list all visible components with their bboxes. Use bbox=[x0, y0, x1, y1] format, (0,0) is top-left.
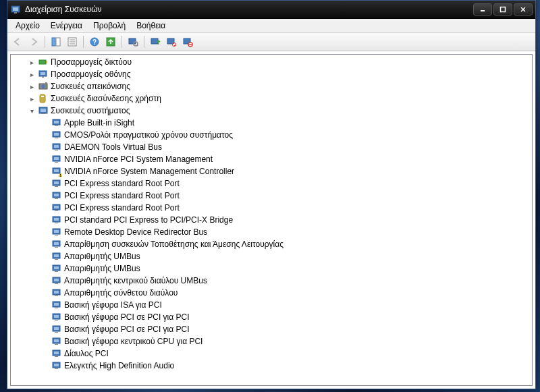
svg-rect-96 bbox=[54, 339, 59, 342]
svg-rect-91 bbox=[55, 320, 58, 320]
update-driver-button[interactable] bbox=[148, 34, 163, 49]
menu-view[interactable]: Προβολή bbox=[88, 20, 131, 32]
tree-device-item[interactable]: Ελεγκτής High Definition Audio bbox=[11, 360, 532, 372]
device-icon bbox=[51, 312, 62, 323]
device-tree[interactable]: ▸Προσαρμογείς δικτύου▸Προσαρμογείς οθόνη… bbox=[11, 55, 532, 385]
svg-rect-35 bbox=[40, 94, 45, 103]
device-icon bbox=[51, 275, 62, 286]
category-label: Προσαρμογείς οθόνης bbox=[51, 69, 131, 79]
show-hide-tree-button[interactable] bbox=[49, 34, 63, 49]
tree-device-item[interactable]: Apple Built-in iSight bbox=[11, 117, 532, 129]
tree-category[interactable]: ▸Προσαρμογείς δικτύου bbox=[11, 56, 532, 68]
expand-toggle-icon[interactable]: ▸ bbox=[27, 68, 37, 80]
device-label: PCI standard PCI Express to PCI/PCI-X Br… bbox=[64, 215, 233, 225]
expand-toggle-icon[interactable]: ▸ bbox=[27, 80, 37, 92]
help-button[interactable]: ? bbox=[87, 34, 102, 49]
tree-category[interactable]: ▸Συσκευές διασύνδεσης χρήστη bbox=[11, 92, 532, 105]
device-icon bbox=[51, 202, 62, 213]
svg-rect-67 bbox=[55, 223, 58, 223]
svg-rect-102 bbox=[54, 364, 59, 366]
svg-rect-47 bbox=[54, 145, 59, 148]
svg-rect-42 bbox=[55, 125, 58, 126]
device-icon-warning: ! bbox=[51, 166, 62, 177]
uninstall-button[interactable] bbox=[164, 34, 179, 49]
tree-device-item[interactable]: PCI Express standard Root Port bbox=[11, 190, 532, 202]
tree-device-item[interactable]: DAEMON Tools Virtual Bus bbox=[11, 141, 532, 153]
tree-device-item[interactable]: Βασική γέφυρα PCI σε PCI για PCI bbox=[11, 311, 532, 323]
svg-rect-51 bbox=[55, 162, 58, 163]
device-label: NVIDIA nForce PCI System Management bbox=[64, 155, 213, 164]
menubar: Αρχείο Ενέργεια Προβολή Βοήθεια bbox=[7, 19, 535, 33]
device-label: Ελεγκτής High Definition Audio bbox=[64, 361, 174, 370]
device-icon bbox=[51, 239, 62, 250]
menu-action[interactable]: Ενέργεια bbox=[45, 20, 88, 32]
tree-device-item[interactable]: CMOS/Ρολόι πραγματικού χρόνου συστήματος bbox=[11, 129, 532, 141]
svg-rect-82 bbox=[55, 283, 58, 284]
device-label: DAEMON Tools Virtual Bus bbox=[64, 142, 162, 152]
tree-device-item[interactable]: !NVIDIA nForce System Management Control… bbox=[11, 165, 532, 177]
expand-toggle-icon[interactable]: ▸ bbox=[27, 56, 37, 68]
svg-rect-63 bbox=[54, 206, 59, 208]
svg-rect-78 bbox=[54, 267, 59, 269]
scan-hardware-button[interactable] bbox=[126, 34, 140, 49]
svg-rect-70 bbox=[55, 235, 58, 235]
device-icon bbox=[51, 360, 62, 371]
svg-rect-79 bbox=[55, 271, 58, 272]
menu-help[interactable]: Βοήθεια bbox=[131, 20, 171, 32]
tree-device-item[interactable]: Remote Desktop Device Redirector Bus bbox=[11, 226, 532, 238]
tree-device-item[interactable]: Απαριθμητής κεντρικού διαύλου UMBus bbox=[11, 275, 532, 287]
svg-rect-94 bbox=[55, 332, 58, 333]
device-label: Βασική γέφυρα κεντρικού CPU για PCI bbox=[64, 337, 202, 346]
device-icon bbox=[51, 154, 62, 165]
tree-device-item[interactable]: Βασική γέφυρα κεντρικού CPU για PCI bbox=[11, 335, 532, 347]
device-label: Απαριθμητής σύνθετου διαύλου bbox=[64, 288, 178, 298]
tree-category[interactable]: ▸Προσαρμογείς οθόνης bbox=[11, 68, 532, 80]
tree-device-item[interactable]: Βασική γέφυρα PCI σε PCI για PCI bbox=[11, 323, 532, 335]
device-icon bbox=[51, 300, 62, 310]
back-button[interactable] bbox=[10, 34, 25, 49]
device-label: Βασική γέφυρα ISA για PCI bbox=[64, 300, 162, 310]
svg-text:!: ! bbox=[60, 173, 61, 177]
category-label: Συσκευές συστήματος bbox=[51, 106, 130, 115]
tree-device-item[interactable]: Απαριθμητής σύνθετου διαύλου bbox=[11, 287, 532, 299]
device-icon bbox=[51, 324, 62, 335]
close-button[interactable] bbox=[514, 3, 533, 16]
expand-toggle-icon[interactable]: ▾ bbox=[27, 105, 37, 117]
tree-device-item[interactable]: NVIDIA nForce PCI System Management bbox=[11, 153, 532, 165]
minimize-button[interactable] bbox=[473, 3, 492, 16]
device-label: Βασική γέφυρα PCI σε PCI για PCI bbox=[64, 312, 190, 322]
tree-device-item[interactable]: Απαριθμητής UMBus bbox=[11, 262, 532, 275]
tree-category[interactable]: ▸Συσκευές απεικόνισης bbox=[11, 80, 532, 92]
tree-device-item[interactable]: Βασική γέφυρα ISA για PCI bbox=[11, 299, 532, 311]
tree-device-item[interactable]: Δίαυλος PCI bbox=[11, 347, 532, 360]
tree-device-item[interactable]: Απαριθμητής UMBus bbox=[11, 250, 532, 262]
device-label: Απαριθμητής UMBus bbox=[64, 252, 140, 261]
menu-file[interactable]: Αρχείο bbox=[10, 20, 45, 32]
svg-rect-87 bbox=[54, 303, 59, 306]
maximize-button[interactable] bbox=[493, 3, 512, 16]
svg-rect-53 bbox=[54, 169, 59, 172]
device-icon bbox=[51, 190, 62, 201]
device-icon bbox=[51, 130, 62, 140]
window-title: Διαχείριση Συσκευών bbox=[25, 5, 473, 14]
disable-button[interactable] bbox=[180, 34, 195, 49]
device-label: CMOS/Ρολόι πραγματικού χρόνου συστήματος bbox=[64, 130, 233, 140]
device-label: PCI Express standard Root Port bbox=[64, 179, 180, 188]
content-area: ▸Προσαρμογείς δικτύου▸Προσαρμογείς οθόνη… bbox=[10, 54, 533, 386]
app-icon bbox=[10, 4, 21, 15]
svg-rect-72 bbox=[54, 242, 59, 245]
tree-device-item[interactable]: PCI standard PCI Express to PCI/PCI-X Br… bbox=[11, 214, 532, 226]
svg-rect-50 bbox=[54, 157, 59, 160]
tree-device-item[interactable]: Απαρίθμηση συσκευών Τοποθέτησης και Άμεσ… bbox=[11, 238, 532, 250]
properties-button[interactable] bbox=[65, 34, 80, 49]
system-device-icon bbox=[38, 105, 49, 116]
svg-rect-75 bbox=[54, 254, 59, 257]
svg-rect-28 bbox=[46, 61, 47, 63]
device-label: PCI Express standard Root Port bbox=[64, 191, 180, 200]
expand-toggle-icon[interactable]: ▸ bbox=[27, 92, 37, 105]
tree-device-item[interactable]: PCI Express standard Root Port bbox=[11, 202, 532, 214]
forward-button[interactable] bbox=[26, 34, 41, 49]
refresh-button[interactable] bbox=[103, 34, 118, 49]
tree-device-item[interactable]: PCI Express standard Root Port bbox=[11, 177, 532, 190]
tree-category[interactable]: ▾Συσκευές συστήματος bbox=[11, 105, 532, 117]
